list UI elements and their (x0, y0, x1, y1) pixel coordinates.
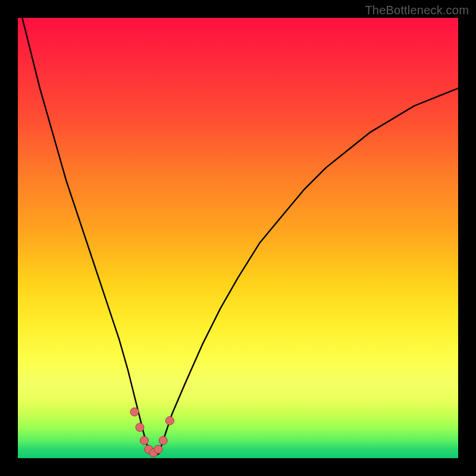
marker-dot (140, 436, 148, 444)
marker-dot (136, 423, 144, 431)
marker-dot (154, 445, 162, 453)
outer-frame: TheBottleneck.com (0, 0, 476, 476)
bottleneck-curve (22, 18, 458, 456)
marker-dot (130, 408, 139, 416)
marker-dot (159, 436, 167, 444)
chart-svg (18, 18, 458, 458)
plot-area (18, 18, 458, 458)
marker-dot (165, 416, 174, 425)
curve-layer (22, 18, 458, 456)
marker-dots (130, 408, 174, 457)
watermark-text: TheBottleneck.com (365, 4, 469, 17)
